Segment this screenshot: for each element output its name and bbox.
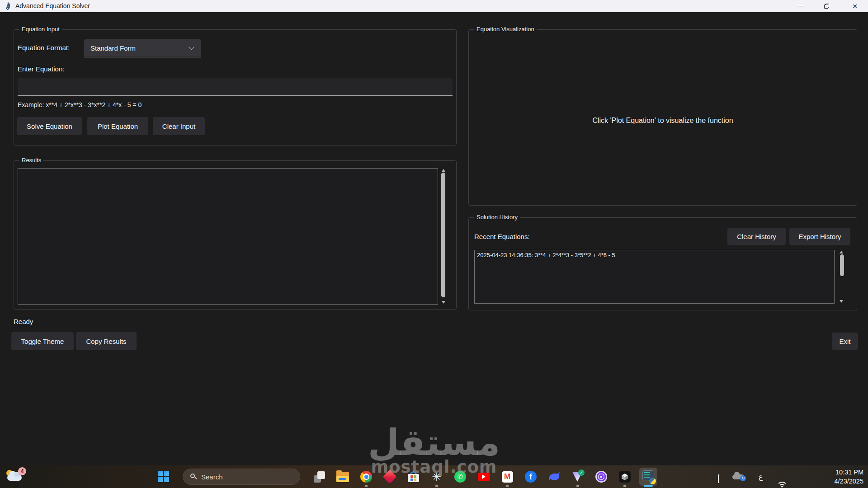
sync-icon: ↻ (740, 475, 746, 481)
taskbar-item-chrome[interactable] (354, 465, 378, 488)
exit-button[interactable]: Exit (832, 333, 858, 350)
results-content (18, 169, 438, 172)
taskbar-search-input[interactable]: Search (183, 469, 300, 485)
equation-format-select[interactable]: Standard Form (84, 39, 201, 57)
clear-input-button[interactable]: Clear Input (153, 117, 205, 135)
cube-3d-icon (619, 471, 631, 483)
running-indicator (506, 485, 509, 487)
taskbar-item-gmail[interactable]: M (495, 465, 519, 488)
results-scrollbar[interactable] (440, 168, 447, 305)
active-app-indicator (644, 485, 653, 487)
export-history-button[interactable]: Export History (789, 228, 850, 245)
taskbar-item-whatsapp[interactable]: ✆ (448, 465, 472, 488)
results-section-label: Results (19, 157, 43, 164)
tray-onedrive[interactable]: ↻ (732, 472, 746, 481)
chevron-down-icon (189, 44, 194, 50)
taskbar-item-task-view[interactable] (307, 465, 331, 488)
scroll-down-icon[interactable] (442, 301, 445, 304)
taskbar-item-microsoft-store[interactable] (401, 465, 425, 488)
maximize-button[interactable] (816, 0, 837, 12)
file-explorer-icon (336, 472, 349, 482)
tray-time: 10:31 PM (824, 468, 863, 477)
status-text: Ready (14, 318, 33, 325)
results-section: Results (14, 160, 457, 310)
app-feather-icon (5, 2, 11, 10)
watermark-arabic-text: مستقل (368, 425, 500, 461)
running-indicator (623, 485, 627, 487)
windows-logo-icon (158, 471, 163, 476)
taskbar-item-mostaql[interactable] (378, 465, 401, 488)
running-indicator (365, 485, 368, 487)
check-badge-icon: ✓ (578, 469, 585, 476)
tray-show-hidden-icons[interactable] (718, 475, 719, 483)
equation-input-section-label: Equation Input (19, 26, 62, 33)
close-icon: ✕ (852, 3, 858, 9)
taskbar-item-cube-app[interactable] (613, 465, 637, 488)
solve-equation-button[interactable]: Solve Equation (17, 117, 82, 135)
scroll-up-icon[interactable] (840, 251, 843, 253)
clear-history-button[interactable]: Clear History (727, 228, 786, 245)
weather-widget[interactable]: 4 (5, 467, 26, 486)
scroll-down-icon[interactable] (840, 300, 843, 303)
taskbar-item-deepseek[interactable] (542, 465, 566, 488)
mostaql-icon (382, 469, 396, 483)
gmail-icon: M (502, 471, 513, 483)
tray-language-indicator[interactable]: ع (759, 472, 763, 481)
facebook-icon: f (525, 471, 537, 483)
chatgpt-icon: ✳ (432, 471, 442, 483)
python-app-icon (639, 468, 657, 486)
visualization-section-label: Equation Visualization (474, 26, 537, 33)
task-view-icon (314, 471, 325, 483)
visualization-section: Equation Visualization Click 'Plot Equat… (468, 29, 857, 206)
results-textarea[interactable] (18, 168, 438, 305)
history-scrollbar-thumb[interactable] (840, 254, 844, 276)
results-scrollbar-thumb[interactable] (441, 173, 445, 297)
taskbar-item-youtube[interactable] (472, 465, 495, 488)
equation-example-text: Example: x**4 + 2*x**3 - 3*x**2 + 4*x - … (18, 101, 142, 108)
wifi-icon[interactable] (777, 482, 788, 488)
tray-clock[interactable]: 10:31 PM 4/23/2025 (824, 468, 863, 486)
running-indicator (435, 485, 439, 487)
equation-input-field[interactable] (18, 78, 453, 96)
minimize-icon (798, 6, 803, 6)
copy-results-button[interactable]: Copy Results (76, 332, 137, 350)
tray-date: 4/23/2025 (824, 477, 863, 486)
taskbar-item-tor-browser[interactable] (590, 465, 613, 488)
close-button[interactable]: ✕ (842, 0, 868, 12)
whatsapp-icon: ✆ (454, 471, 466, 483)
cloud-icon (7, 474, 22, 481)
deepseek-whale-icon (548, 472, 561, 482)
enter-equation-label: Enter Equation: (18, 65, 64, 73)
equation-input-section: Equation Input Equation Format: Standard… (14, 29, 457, 145)
equation-format-label: Equation Format: (18, 44, 70, 52)
scroll-up-icon[interactable] (442, 169, 445, 172)
history-textarea[interactable]: 2025-04-23 14:36:35: 3**4 + 2*4**3 - 3*5… (474, 250, 835, 304)
toggle-theme-button[interactable]: Toggle Theme (11, 332, 74, 350)
taskbar-item-v2rayn[interactable]: ✓ (566, 465, 590, 488)
notification-badge: 4 (18, 467, 26, 475)
chrome-icon (360, 471, 372, 483)
start-button[interactable] (158, 471, 169, 482)
recent-equations-label: Recent Equations: (474, 233, 530, 240)
taskbar-item-file-explorer[interactable] (331, 465, 354, 488)
taskbar: 4 Search ✳ ✆ (0, 465, 868, 488)
minimize-button[interactable] (790, 0, 811, 12)
taskbar-item-python-equation-solver[interactable] (637, 465, 660, 488)
equation-format-value: Standard Form (90, 44, 136, 52)
running-indicator (576, 485, 580, 487)
history-section: Solution History Recent Equations: Clear… (468, 217, 857, 310)
youtube-icon (478, 473, 490, 481)
taskbar-item-chatgpt[interactable]: ✳ (425, 465, 448, 488)
restore-icon (824, 4, 829, 9)
v2rayn-icon: ✓ (572, 471, 584, 483)
taskbar-item-facebook[interactable]: f (519, 465, 542, 488)
microsoft-store-icon (408, 471, 419, 482)
history-section-label: Solution History (474, 214, 520, 221)
plot-equation-button[interactable]: Plot Equation (87, 117, 148, 135)
tor-browser-icon (595, 471, 607, 483)
history-scrollbar[interactable] (838, 250, 844, 304)
window-title: Advanced Equation Solver (15, 2, 90, 9)
chevron-up-icon (718, 474, 719, 483)
history-entry: 2025-04-23 14:36:35: 3**4 + 2*4**3 - 3*5… (475, 250, 834, 260)
titlebar: Advanced Equation Solver ✕ (0, 0, 868, 12)
